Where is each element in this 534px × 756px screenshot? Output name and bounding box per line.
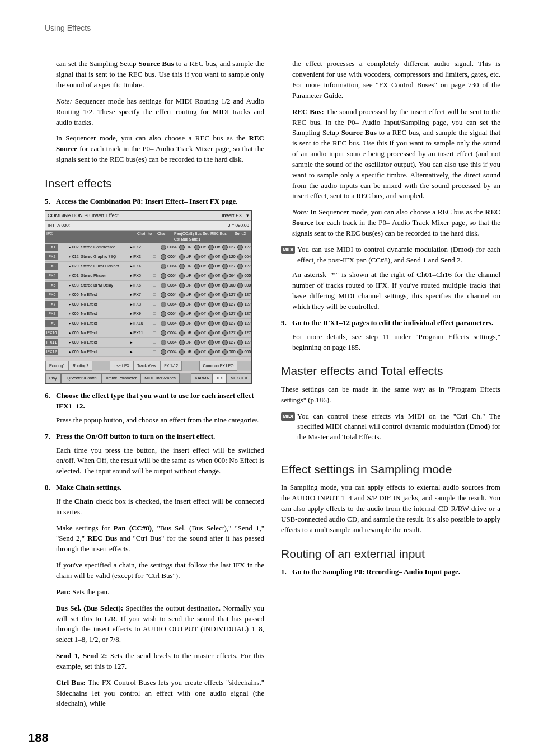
body-text: can set the Sampling Setup Source Bus to… xyxy=(56,59,264,91)
tab[interactable]: Track View xyxy=(133,361,160,371)
body-text: Send 1, Send 2: Sets the send levels to … xyxy=(56,651,264,672)
step-text: Choose the effect type that you want to … xyxy=(56,391,264,412)
running-head: Using Effects xyxy=(45,22,500,36)
body-text: If you've specified a chain, the setting… xyxy=(56,560,264,581)
effect-row[interactable]: IFX12▸ 000: No Effect▸☐C064 L/R Off Off … xyxy=(45,348,251,357)
bold-term: Chain xyxy=(74,497,93,505)
body-text: If the Chain check box is checked, the i… xyxy=(56,496,264,518)
body-text: REC Bus: The sound processed by the inse… xyxy=(292,107,500,202)
body-text: the effect processes a completely differ… xyxy=(292,59,500,101)
effect-row[interactable]: IFX10▸ 000: No Effect▸IFX11☐C064 L/R Off… xyxy=(45,328,251,338)
tab[interactable]: Routing1 xyxy=(45,361,69,371)
heading-routing-external: Routing of an external input xyxy=(281,546,500,562)
bold-term: Ctrl Bus: xyxy=(56,678,86,687)
step-number: 7. xyxy=(45,431,53,442)
bold-term: REC Bus xyxy=(87,534,117,542)
step-text: Go to the Sampling P0: Recording– Audio … xyxy=(292,567,500,577)
step-1: 1. Go to the Sampling P0: Recording– Aud… xyxy=(281,567,500,577)
effect-row[interactable]: IFX5▸ 093: Stereo BPM Delay▸IFX6☐C064 L/… xyxy=(45,281,251,290)
step-7: 7. Press the On/Off button to turn on th… xyxy=(45,431,264,442)
tab[interactable]: Common FX LFO xyxy=(199,361,238,371)
screenshot-column-headers: IFX Chain to Chain Pan(CC#8) Bus Sel. RE… xyxy=(45,231,251,243)
screenshot-titlebar: COMBINATION P8:Insert Effect Insert FX ▾ xyxy=(45,211,251,221)
body-text-note: Note: Sequencer mode has settings for MI… xyxy=(56,96,264,128)
col-header: IFX xyxy=(45,231,60,243)
body-text: For more details, see step 11 under "Pro… xyxy=(292,332,500,353)
step-number: 6. xyxy=(45,391,53,412)
page-number: 188 xyxy=(28,729,500,747)
effect-row[interactable]: IFX8▸ 000: No Effect▸IFX9☐C064 L/R Off O… xyxy=(45,309,251,319)
col-header xyxy=(60,231,72,243)
note-label: Note: xyxy=(56,97,72,105)
body-text: In Sampling mode, you can apply effects … xyxy=(281,482,500,535)
heading-sampling: Effect settings in Sampling mode xyxy=(281,454,500,478)
body-text: Make settings for Pan (CC#8), "Bus Sel. … xyxy=(56,523,264,555)
step-text: Make Chain settings. xyxy=(56,482,264,493)
tab[interactable]: Insert FX xyxy=(110,361,133,371)
tab[interactable]: KARMA xyxy=(191,373,213,383)
tab-spacer xyxy=(180,373,191,383)
effect-row[interactable]: IFX9▸ 000: No Effect▸IFX10☐C064 L/R Off … xyxy=(45,319,251,328)
col-header: Send2 xyxy=(233,231,251,243)
body-text: Each time you press the button, the inse… xyxy=(56,445,264,477)
step-text: Go to the IFX1–12 pages to edit the indi… xyxy=(292,318,500,328)
effect-row[interactable]: IFX3▸ 029: Stereo Guitar Cabinet▸IFX4☐C0… xyxy=(45,262,251,271)
tab-active[interactable]: IFX xyxy=(213,373,227,383)
step-number: 1. xyxy=(281,567,289,577)
col-header: Pan(CC#8) Bus Sel. REC Bus Ctrl Bus Send… xyxy=(173,231,233,243)
effect-row[interactable]: IFX11▸ 000: No Effect▸☐C064 L/R Off Off … xyxy=(45,338,251,348)
effect-row[interactable]: IFX6▸ 000: No Effect▸IFX7☐C064 L/R Off O… xyxy=(45,290,251,300)
col-header xyxy=(72,231,136,243)
body-text: Pan: Sets the pan. xyxy=(56,587,264,598)
step-6: 6. Choose the effect type that you want … xyxy=(45,391,264,412)
effect-row[interactable]: IFX2▸ 012: Stereo Graphic 7EQ▸IFX3☐C064 … xyxy=(45,252,251,262)
step-8: 8. Make Chain settings. xyxy=(45,482,264,493)
step-5: 5. Access the Combination P8: Insert Eff… xyxy=(45,196,264,207)
body-text: An asterisk "*" is shown at the right of… xyxy=(292,270,500,312)
tab[interactable]: FX 1-12 xyxy=(160,361,182,371)
tab[interactable]: Play xyxy=(45,373,61,383)
right-column: the effect processes a completely differ… xyxy=(281,59,500,715)
tab[interactable]: MFX/TFX xyxy=(227,373,251,383)
note-body: Sequencer mode has settings for MIDI Rou… xyxy=(56,97,264,126)
effect-row[interactable]: IFX1▸ 002: Stereo Compressor▸IFX2☐C064 L… xyxy=(45,243,251,252)
tab[interactable]: Timbre Parameter xyxy=(101,373,140,383)
heading-insert-effects: Insert effects xyxy=(45,175,264,192)
effect-row[interactable]: IFX4▸ 051: Stereo Phaser▸IFX5☐C064 L/R O… xyxy=(45,271,251,281)
tab[interactable]: MIDI Filter /Zones xyxy=(140,373,180,383)
note-label: Note: xyxy=(292,208,308,216)
two-column-layout: can set the Sampling Setup Source Bus to… xyxy=(45,59,500,715)
bold-term: Source Bus xyxy=(139,59,174,68)
col-header: Chain to xyxy=(136,231,156,243)
bold-term: REC Source xyxy=(292,208,500,227)
screenshot-upper-tabs: Routing1 Routing2 Insert FX Track View F… xyxy=(45,361,251,371)
step-text: Press the On/Off button to turn on the i… xyxy=(56,431,264,442)
body-text: Ctrl Bus: The FX Control Buses lets you … xyxy=(56,678,264,710)
midi-icon: MIDI xyxy=(281,412,295,421)
bold-term: Pan (CC#8) xyxy=(114,524,152,532)
midi-note: MIDI You can use MIDI to control dynamic… xyxy=(281,245,500,266)
tab[interactable]: EQ/Vector /Control xyxy=(61,373,101,383)
bold-term: Pan: xyxy=(56,588,71,596)
bold-term: Source Bus xyxy=(341,128,377,137)
screenshot-sub-right: J = 090.00 xyxy=(228,222,249,229)
effect-row[interactable]: IFX7▸ 000: No Effect▸IFX8☐C064 L/R Off O… xyxy=(45,300,251,309)
midi-note: MIDI You can control these effects via M… xyxy=(281,411,500,443)
bold-term: Bus Sel. (Bus Select): xyxy=(56,604,123,612)
screenshot-subbar: INT–A 000: J = 090.00 xyxy=(45,221,251,231)
step-9: 9. Go to the IFX1–12 pages to edit the i… xyxy=(281,318,500,328)
screenshot-rows: IFX1▸ 002: Stereo Compressor▸IFX2☐C064 L… xyxy=(45,243,251,357)
body-text: These settings can be made in the same w… xyxy=(281,384,500,406)
step-number: 8. xyxy=(45,482,53,493)
body-text: Bus Sel. (Bus Select): Specifies the out… xyxy=(56,603,264,645)
step-text: Access the Combination P8: Insert Effect… xyxy=(56,196,264,207)
bold-term: REC Source xyxy=(56,134,264,153)
screenshot-sub-left: INT–A 000: xyxy=(48,222,70,229)
bold-term: Send 1, Send 2: xyxy=(56,651,107,660)
step-number: 9. xyxy=(281,318,289,328)
tab[interactable]: Routing2 xyxy=(69,361,92,371)
body-text-note: Note: In Sequencer mode, you can also ch… xyxy=(292,207,500,239)
screenshot-title: COMBINATION P8:Insert Effect xyxy=(48,212,119,219)
body-text: Press the popup button, and choose an ef… xyxy=(56,415,264,426)
tab-spacer xyxy=(182,361,199,371)
